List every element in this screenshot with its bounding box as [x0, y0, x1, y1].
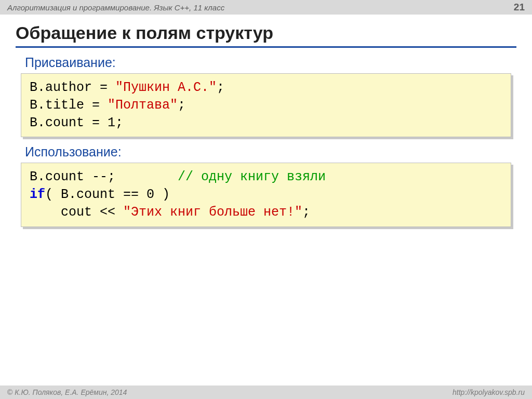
footer-url: http://kpolyakov.spb.ru — [453, 388, 525, 396]
label-assignment: Присваивание: — [25, 55, 532, 70]
code-block-assignment: B.author = "Пушкин А.С."; B.title = "Пол… — [21, 73, 511, 137]
slide-title: Обращение к полям структур — [16, 23, 516, 48]
code-text: B.author — [30, 80, 92, 95]
copyright-icon: © — [7, 388, 12, 396]
footer-bar: ©К.Ю. Поляков, Е.А. Ерёмин, 2014 http://… — [0, 385, 532, 399]
code-block-usage: B.count --; // одну книгу взяли if( B.co… — [21, 163, 511, 227]
header-bar: Алгоритмизация и программирование. Язык … — [0, 0, 532, 15]
keyword-if: if — [30, 187, 45, 202]
footer-copyright: ©К.Ю. Поляков, Е.А. Ерёмин, 2014 — [7, 388, 127, 396]
page-number: 21 — [514, 2, 525, 13]
header-subject: Алгоритмизация и программирование. Язык … — [7, 3, 224, 12]
label-usage: Использование: — [25, 144, 532, 159]
code-comment: // одну книгу взяли — [178, 169, 326, 184]
